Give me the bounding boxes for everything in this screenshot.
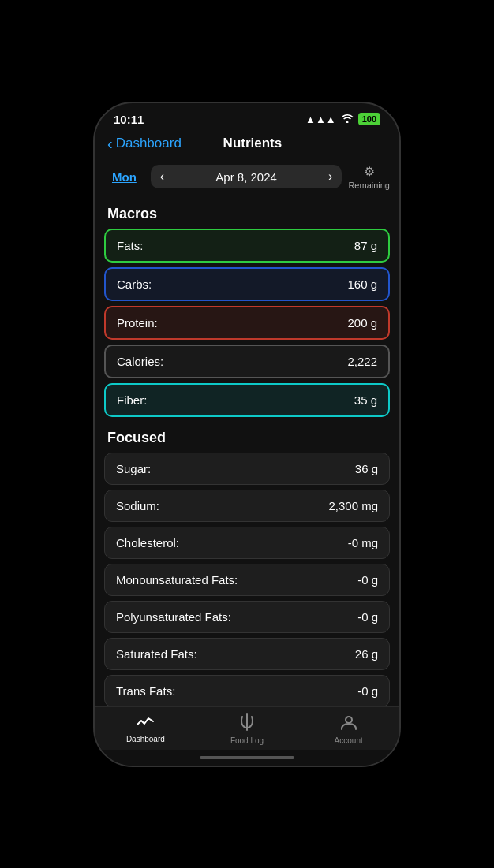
focused-monounsaturated-label: Monounsaturated Fats: <box>116 573 238 587</box>
tab-dashboard-label: Dashboard <box>126 735 165 743</box>
macros-section-title: Macros <box>95 198 399 229</box>
macro-fats-label: Fats: <box>117 239 143 252</box>
focused-sodium-value: 2,300 mg <box>328 499 378 512</box>
macro-fiber-row[interactable]: Fiber: 35 g <box>104 383 390 417</box>
focused-saturated-value: 26 g <box>355 647 378 661</box>
focused-trans-label: Trans Fats: <box>116 684 175 698</box>
macro-protein-row[interactable]: Protein: 200 g <box>104 306 390 340</box>
focused-saturated-row[interactable]: Saturated Fats: 26 g <box>104 638 390 670</box>
macro-calories-label: Calories: <box>117 355 163 368</box>
remaining-button[interactable]: ⚙ Remaining <box>348 164 390 190</box>
focused-cholesterol-value: -0 mg <box>348 536 378 549</box>
scroll-content: Mon ‹ Apr 8, 2024 › ⚙ Remaining Macros F… <box>95 159 399 706</box>
focused-monounsaturated-row[interactable]: Monounsaturated Fats: -0 g <box>104 564 390 596</box>
tab-food-log[interactable]: Food Log <box>196 713 298 745</box>
tab-food-log-label: Food Log <box>230 736 264 745</box>
remaining-label: Remaining <box>348 181 390 190</box>
date-navigation: ‹ Apr 8, 2024 › <box>151 165 342 188</box>
date-bar: Mon ‹ Apr 8, 2024 › ⚙ Remaining <box>95 159 399 198</box>
macro-calories-row[interactable]: Calories: 2,222 <box>104 345 390 378</box>
food-log-icon <box>239 713 255 734</box>
macro-carbs-label: Carbs: <box>117 278 152 291</box>
wifi-icon <box>341 114 354 125</box>
focused-section-title: Focused <box>95 422 399 453</box>
macro-carbs-value: 160 g <box>347 278 377 291</box>
prev-date-button[interactable]: ‹ <box>160 170 164 184</box>
account-icon <box>340 713 357 734</box>
macro-protein-label: Protein: <box>117 316 158 330</box>
focused-trans-row[interactable]: Trans Fats: -0 g <box>104 675 390 706</box>
focused-sodium-row[interactable]: Sodium: 2,300 mg <box>104 490 390 522</box>
dashboard-icon <box>136 713 155 732</box>
focused-monounsaturated-value: -0 g <box>357 573 378 587</box>
page-title: Nutrients <box>182 136 324 151</box>
signal-icon: ▲▲▲ <box>305 114 336 125</box>
current-date: Apr 8, 2024 <box>175 170 317 184</box>
macro-protein-value: 200 g <box>347 316 377 330</box>
focused-polyunsaturated-row[interactable]: Polyunsaturated Fats: -0 g <box>104 601 390 633</box>
macro-carbs-row[interactable]: Carbs: 160 g <box>104 267 390 301</box>
tab-account-label: Account <box>335 736 363 745</box>
home-bar <box>200 756 294 759</box>
macro-fiber-value: 35 g <box>354 393 377 407</box>
back-chevron-icon: ‹ <box>107 136 113 151</box>
svg-point-1 <box>346 717 352 723</box>
phone-frame: 10:11 ▲▲▲ 100 ‹ Dashboard Nutrients Mon <box>93 102 401 767</box>
back-button[interactable]: ‹ Dashboard <box>107 136 182 151</box>
focused-sodium-label: Sodium: <box>116 499 159 512</box>
home-indicator <box>95 750 399 766</box>
focused-trans-value: -0 g <box>357 684 378 698</box>
focused-sugar-label: Sugar: <box>116 462 151 475</box>
tab-bar: Dashboard Food Log Account <box>95 706 399 750</box>
macro-fats-value: 87 g <box>354 239 377 252</box>
next-date-button[interactable]: › <box>328 170 332 184</box>
tab-account[interactable]: Account <box>298 713 399 745</box>
focused-cholesterol-label: Cholesterol: <box>116 536 179 549</box>
focused-sugar-value: 36 g <box>355 462 378 475</box>
focused-polyunsaturated-label: Polyunsaturated Fats: <box>116 610 231 624</box>
mon-button[interactable]: Mon <box>104 166 144 188</box>
status-bar: 10:11 ▲▲▲ 100 <box>95 103 399 129</box>
battery-indicator: 100 <box>358 113 380 125</box>
focused-polyunsaturated-value: -0 g <box>357 610 378 624</box>
macro-fiber-label: Fiber: <box>117 393 147 407</box>
nav-bar: ‹ Dashboard Nutrients <box>95 129 399 159</box>
sliders-icon: ⚙ <box>364 164 375 179</box>
tab-dashboard[interactable]: Dashboard <box>95 713 196 745</box>
focused-saturated-label: Saturated Fats: <box>116 647 197 661</box>
macro-calories-value: 2,222 <box>347 355 377 368</box>
focused-cholesterol-row[interactable]: Cholesterol: -0 mg <box>104 527 390 559</box>
focused-sugar-row[interactable]: Sugar: 36 g <box>104 453 390 485</box>
back-label: Dashboard <box>116 136 182 151</box>
macro-fats-row[interactable]: Fats: 87 g <box>104 229 390 263</box>
status-time: 10:11 <box>114 113 144 126</box>
